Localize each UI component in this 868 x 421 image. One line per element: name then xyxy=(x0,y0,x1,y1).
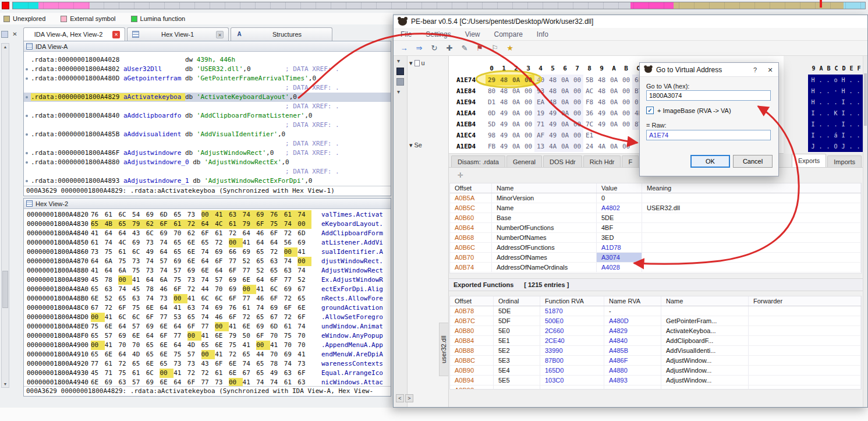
table-row[interactable]: A0B845E12CE40A4840AddClipboardF... xyxy=(450,336,861,346)
hex-row[interactable]: 00000001800A4870646A75737457696E646F7752… xyxy=(24,257,391,266)
hex-byte[interactable]: 0A xyxy=(510,130,522,141)
hex-byte[interactable]: 49 xyxy=(498,141,510,152)
hex-byte[interactable]: 00 xyxy=(571,97,583,108)
disasm-line[interactable]: .rdata:00000001800A4893 aAdjustwindowre_… xyxy=(31,176,391,186)
hex-byte[interactable]: 0A xyxy=(559,75,571,86)
hex-byte[interactable]: 0A xyxy=(510,119,522,130)
hex-row[interactable]: A1EC498490A00AF490A00E1 xyxy=(449,130,644,141)
hex-row[interactable]: A1E94D1480A00EA480A00F8480A0001 xyxy=(449,97,644,108)
hex-byte[interactable]: 00 xyxy=(620,75,632,86)
hex-byte[interactable]: 0A xyxy=(510,86,522,97)
table-row[interactable]: A0B70AddressOfNamesA3074 xyxy=(450,253,861,263)
table-row[interactable]: A0B8C5E387B00A486FAdjustWindow... xyxy=(450,356,861,366)
table-row[interactable]: A0B885E233990A485BAddVisualIdenti... xyxy=(450,346,861,356)
scroll-up-icon[interactable]: ▲ xyxy=(2,45,9,49)
table-row[interactable]: A0B945E5103C0A4893AdjustWindow... xyxy=(450,376,861,385)
hex-row[interactable]: 00000001800A48A06563744578466F7244706900… xyxy=(24,285,391,294)
hex-row[interactable]: 00000001800A48E0756E6457696E646F7700416E… xyxy=(24,322,391,331)
add-icon[interactable]: ✚ xyxy=(445,44,454,53)
help-button[interactable]: ? xyxy=(749,65,761,75)
disasm-line[interactable]: .rdata:00000001800A4829 aActivatekeyboa … xyxy=(24,93,391,102)
ok-button[interactable]: OK xyxy=(690,155,730,168)
table-row[interactable]: A0B74AddressOfNameOrdinalsA4028 xyxy=(450,263,861,273)
prev-tab-button[interactable]: < xyxy=(396,394,404,402)
hex-byte[interactable]: 49 xyxy=(547,119,559,130)
tab-disasm-rdata[interactable]: Disasm: .rdata xyxy=(451,155,505,167)
dock-icon[interactable] xyxy=(396,78,404,86)
hex-byte[interactable]: 00 xyxy=(522,97,534,108)
dialog-titlebar[interactable]: Go to Virtual Address ? ✕ xyxy=(640,63,778,77)
hex-byte[interactable]: 00 xyxy=(522,130,534,141)
hex-byte[interactable]: 00 xyxy=(620,108,632,119)
hex-byte[interactable]: 48 xyxy=(596,97,608,108)
tab-dos-hdr[interactable]: DOS Hdr xyxy=(543,155,582,167)
close-panel-icon[interactable]: ✕ xyxy=(10,30,19,38)
hex-byte[interactable]: 0A xyxy=(510,141,522,152)
hex-byte[interactable]: 0A xyxy=(608,108,620,119)
hex-byte[interactable]: 40 xyxy=(534,75,547,86)
hex-dump[interactable]: 00000001800A482076616C54696D657300416374… xyxy=(24,209,391,386)
hex-byte[interactable]: 0D xyxy=(486,108,498,119)
chevron-down-icon[interactable]: ▾ xyxy=(397,89,400,95)
disasm-line[interactable]: .rdata:00000001800A4840 aAddclipboardfo … xyxy=(31,111,391,121)
star-icon[interactable]: ★ xyxy=(505,44,515,53)
hex-byte[interactable]: 0A xyxy=(608,97,620,108)
hex-byte[interactable]: 00 xyxy=(571,75,583,86)
hex-byte[interactable]: 0A xyxy=(559,119,571,130)
hex-byte[interactable]: 0A xyxy=(510,108,522,119)
disasm-line[interactable]: .rdata:00000001800A486F aAdjustwindowre … xyxy=(31,148,391,158)
hex-byte[interactable]: 13 xyxy=(534,141,547,152)
table-row[interactable]: A0B785DE51870- xyxy=(450,306,861,316)
hex-byte[interactable]: 0A xyxy=(510,75,522,86)
hex-row[interactable]: A1ED4FB490A00134A0A00244A0A00 xyxy=(449,141,644,152)
hex-row[interactable]: 00000001800A489045780041646A75737457696E… xyxy=(24,275,391,285)
hex-byte[interactable]: F8 xyxy=(583,97,596,108)
hex-byte[interactable]: 80 xyxy=(486,86,498,97)
hex-byte[interactable]: 24 xyxy=(583,141,596,152)
menu-file[interactable]: File xyxy=(401,30,412,38)
hex-byte[interactable]: 49 xyxy=(596,119,608,130)
table-row[interactable]: A0B5CNameA4802USER32.dll xyxy=(450,203,861,213)
hex-byte[interactable]: 00 xyxy=(620,86,632,97)
hex-byte[interactable]: 00 xyxy=(522,108,534,119)
hex-row[interactable]: 00000001800A4920776172656E657373436F6E74… xyxy=(24,359,391,369)
disasm-line[interactable]: .rdata:00000001800A4802 aUser32Dll db 'U… xyxy=(31,65,391,74)
hex-byte[interactable]: 49 xyxy=(596,108,608,119)
hex-byte[interactable]: D1 xyxy=(486,97,498,108)
table-row[interactable]: A0B68NumberOfNames3ED xyxy=(450,233,861,243)
scrollbar-thumb[interactable] xyxy=(864,73,867,126)
imagebase-checkbox-row[interactable]: ✓ + ImageBase (RVA -> VA) xyxy=(646,107,731,114)
hex-byte[interactable]: 0A xyxy=(559,141,571,152)
hex-byte[interactable]: 0A xyxy=(559,108,571,119)
hex-byte[interactable]: 7C xyxy=(583,119,596,130)
tab-hex-view-1[interactable]: Hex View-1✕ xyxy=(127,27,229,41)
hex-byte[interactable]: 00 xyxy=(571,130,583,141)
scrollbar-thumb[interactable] xyxy=(2,271,8,308)
hex-byte[interactable]: 00 xyxy=(571,108,583,119)
hex-row[interactable]: 00000001800A490000417070656E644D656E7541… xyxy=(24,341,391,350)
titlebar[interactable]: PE-bear v0.5.4 [C:/Users/pentest/Desktop… xyxy=(394,15,867,28)
hex-row[interactable]: 00000001800A485061744C697374656E65720041… xyxy=(24,238,391,247)
tree-node-sections[interactable]: ▾ Se xyxy=(408,140,422,150)
table-row[interactable]: A0B6CAddressOfFunctionsA1D78 xyxy=(450,243,861,253)
hex-byte[interactable]: AC xyxy=(583,86,596,97)
tab-ida-view-a-hex-view-2[interactable]: IDA View-A, Hex View-2✕ xyxy=(23,27,125,41)
hex-byte[interactable]: 00 xyxy=(620,97,632,108)
tab-imports[interactable]: Imports xyxy=(827,155,862,167)
disasm-line[interactable]: ; DATA XREF: . xyxy=(31,139,391,148)
dock-icon[interactable] xyxy=(396,68,404,75)
left-scrollbar[interactable]: ▲ ▼ xyxy=(1,43,9,388)
hex-byte[interactable]: 48 xyxy=(498,75,510,86)
hex-byte[interactable]: 0A xyxy=(608,119,620,130)
flag-icon[interactable]: ⚑ xyxy=(475,44,484,53)
tree-node-user32[interactable]: ▾ u xyxy=(408,58,448,68)
hex-byte[interactable]: AF xyxy=(534,130,547,141)
disasm-line[interactable]: ; DATA XREF: . xyxy=(31,102,391,111)
hex-row[interactable]: A1E7429480A0040480A005B480A006F xyxy=(449,75,644,86)
raw-input[interactable] xyxy=(646,130,771,140)
disasm-line[interactable]: .rdata:00000001800A4028 dw 439h, 446h xyxy=(31,55,391,65)
splitter-handle-icon[interactable]: ✛ xyxy=(458,171,463,179)
hex-byte[interactable]: 93 xyxy=(534,86,547,97)
disasm-line[interactable]: .rdata:00000001800A480D aGetpointerfram … xyxy=(31,74,391,83)
va-input[interactable] xyxy=(646,90,771,101)
